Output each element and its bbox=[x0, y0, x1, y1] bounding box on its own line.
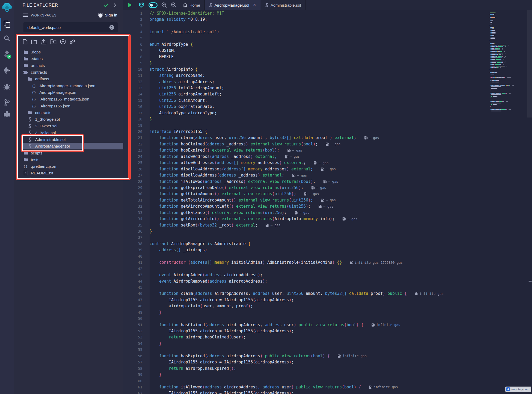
code-line: 56 function hasExpired(address airdropAd… bbox=[123, 353, 532, 359]
tree-item-artifacts[interactable]: artifacts bbox=[14, 62, 123, 69]
gas-estimate: – gas bbox=[266, 223, 281, 227]
code-line: 62 IAirdrop1155 airdrop = IAirdrop1155(a… bbox=[123, 390, 532, 394]
file-actions-toolbar bbox=[23, 39, 75, 45]
tree-item-.states[interactable]: .states bbox=[14, 55, 123, 62]
tab-Administrable.sol[interactable]: Administrable.sol bbox=[261, 0, 306, 10]
code-line: 61 function isAllowed(address airdropAdd… bbox=[123, 384, 532, 390]
code-editor[interactable]: 1// SPDX-License-Identifier: MIT2pragma … bbox=[123, 10, 532, 394]
tree-item-3_Ballot.sol[interactable]: 3_Ballot.sol bbox=[14, 129, 123, 136]
code-line: 30 function getClaimAmount() external vi… bbox=[123, 191, 532, 197]
code-line: 14 uint256 airdropAmountLeft; bbox=[123, 91, 532, 97]
gas-estimate: – gas bbox=[295, 211, 310, 215]
tree-item-artifacts[interactable]: artifacts bbox=[14, 76, 123, 82]
solidity-icon bbox=[209, 3, 212, 7]
code-line: 9} bbox=[123, 60, 532, 66]
tree-item-IAirdrop1155_metadata.json[interactable]: { }IAirdrop1155_metadata.json bbox=[14, 96, 123, 102]
code-line: 10struct AirdropInfo { bbox=[123, 66, 532, 72]
watermark-logo: A bbox=[506, 387, 510, 391]
chevron-right-icon[interactable] bbox=[114, 3, 116, 7]
code-line: 37 bbox=[123, 234, 532, 241]
tree-item-.deps[interactable]: .deps bbox=[14, 49, 123, 55]
git-icon[interactable] bbox=[0, 99, 14, 106]
solidity-compiler-icon[interactable] bbox=[0, 50, 14, 59]
cube-icon[interactable] bbox=[60, 39, 66, 45]
workspace-select[interactable]: default_workspace bbox=[23, 22, 118, 32]
code-line: 40 bbox=[123, 253, 532, 259]
code-line: 47 IAirdrop1155 airdrop = IAirdrop1155(a… bbox=[123, 297, 532, 303]
close-tab-icon[interactable]: ✕ bbox=[253, 3, 256, 7]
gas-estimate: infinite gas bbox=[338, 354, 366, 358]
remix-ide-window: FILE EXPLORER WORKSPACES Sign in bbox=[0, 0, 532, 394]
code-line: 13 uint256 totalAirdropAmount; bbox=[123, 85, 532, 91]
tree-item-.prettierrc.json[interactable]: { }.prettierrc.json bbox=[14, 163, 123, 170]
tree-item-tests[interactable]: tests bbox=[14, 156, 123, 163]
editor-topbar: HomeAirdropManager.sol✕Administrable.sol bbox=[123, 0, 532, 10]
tab-Home[interactable]: Home bbox=[179, 0, 205, 10]
upload-folder-icon[interactable] bbox=[50, 39, 56, 44]
tree-item-scripts[interactable]: scripts bbox=[14, 149, 123, 156]
deploy-run-icon[interactable] bbox=[0, 66, 14, 74]
code-line: 2pragma solidity ^0.8.19; bbox=[123, 16, 532, 22]
zoom-out-icon[interactable] bbox=[159, 0, 169, 10]
code-line: 53 return airdrop.hasClaimed(user); bbox=[123, 334, 532, 340]
code-line: 8 MERKLE bbox=[123, 54, 532, 60]
upload-file-icon[interactable] bbox=[41, 39, 47, 45]
tree-item-contracts[interactable]: contracts bbox=[14, 69, 123, 76]
minimap[interactable] bbox=[490, 12, 514, 112]
tree-item-2_Owner.sol[interactable]: 2_Owner.sol bbox=[14, 123, 123, 129]
tree-item-AirdropManager.sol[interactable]: AirdropManager.sol bbox=[14, 143, 123, 149]
gas-estimate: infinite gas bbox=[369, 385, 398, 389]
code-line: 48 airdrop.claim(user, amount, proof); bbox=[123, 303, 532, 309]
tree-item-1_Storage.sol[interactable]: 1_Storage.sol bbox=[14, 116, 123, 123]
gas-estimate: – gas bbox=[292, 173, 307, 177]
new-folder-icon[interactable] bbox=[31, 39, 37, 44]
tree-item-AirdropManager.json[interactable]: { }AirdropManager.json bbox=[14, 89, 123, 96]
code-line: 34 function getAirdropInfo() external vi… bbox=[123, 216, 532, 222]
zoom-in-icon[interactable] bbox=[169, 0, 179, 10]
code-line: 39 address[] _airdrops; bbox=[123, 247, 532, 253]
debugger-icon[interactable] bbox=[0, 83, 14, 90]
code-line: 22 function hasClaimed(address _address)… bbox=[123, 141, 532, 147]
run-script-button[interactable] bbox=[123, 0, 136, 10]
tab-AirdropManager.sol[interactable]: AirdropManager.sol✕ bbox=[205, 0, 261, 10]
tree-item-IAirdrop1155.json[interactable]: { }IAirdrop1155.json bbox=[14, 102, 123, 109]
check-icon bbox=[104, 3, 108, 7]
gas-estimate: – gas bbox=[304, 192, 319, 196]
solidity-icon bbox=[27, 131, 32, 135]
folder-icon bbox=[23, 50, 28, 54]
remix-logo-icon[interactable] bbox=[0, 2, 14, 13]
gas-estimate: – gas bbox=[321, 167, 336, 171]
tree-item-README.txt[interactable]: README.txt bbox=[14, 170, 123, 176]
folder-icon bbox=[23, 64, 28, 67]
code-line: 23 function hasExpired() external view r… bbox=[123, 147, 532, 153]
code-line: 26 function disallowAddresses(address[] … bbox=[123, 166, 532, 172]
tree-item-Administrable.sol[interactable]: Administrable.sol bbox=[14, 136, 123, 143]
code-line: 25 function allowAddresses(address[] mem… bbox=[123, 160, 532, 166]
code-line: 43 event AirdropAdded(address airdropAdd… bbox=[123, 272, 532, 278]
hamburger-menu-icon[interactable] bbox=[23, 13, 28, 17]
gas-estimate: – gas bbox=[311, 186, 326, 190]
file-explorer-panel: FILE EXPLORER WORKSPACES Sign in bbox=[14, 0, 123, 394]
code-line: 50 bbox=[123, 315, 532, 321]
file-explorer-icon[interactable] bbox=[0, 20, 14, 28]
code-line: 24 function allowAddress(address _addres… bbox=[123, 153, 532, 160]
learneth-icon[interactable] bbox=[0, 110, 14, 118]
code-line: 52 IAirdrop1155 airdrop = IAirdrop1155(a… bbox=[123, 328, 532, 334]
new-file-icon[interactable] bbox=[23, 39, 27, 44]
code-line: 7 CUSTOM, bbox=[123, 48, 532, 54]
gas-estimate: – gas bbox=[285, 154, 300, 158]
tree-item-contracts[interactable]: contracts bbox=[14, 109, 123, 116]
gas-estimate: infinite gas bbox=[415, 292, 443, 296]
folder-icon bbox=[23, 158, 28, 161]
copilot-toggle[interactable] bbox=[147, 0, 159, 10]
scrollbar-thumb[interactable] bbox=[529, 281, 532, 282]
ai-copilot-icon[interactable] bbox=[136, 0, 147, 10]
braces-icon: { } bbox=[31, 104, 37, 108]
tree-item-AirdropManager_metadata.json[interactable]: { }AirdropManager_metadata.json bbox=[14, 82, 123, 89]
tree-item-partial[interactable] bbox=[14, 177, 123, 178]
link-icon[interactable] bbox=[69, 39, 75, 44]
braces-icon: { } bbox=[31, 90, 37, 94]
gas-estimate: – gas bbox=[364, 136, 379, 140]
sign-in-button[interactable]: Sign in bbox=[98, 13, 117, 18]
search-icon[interactable] bbox=[0, 35, 14, 42]
